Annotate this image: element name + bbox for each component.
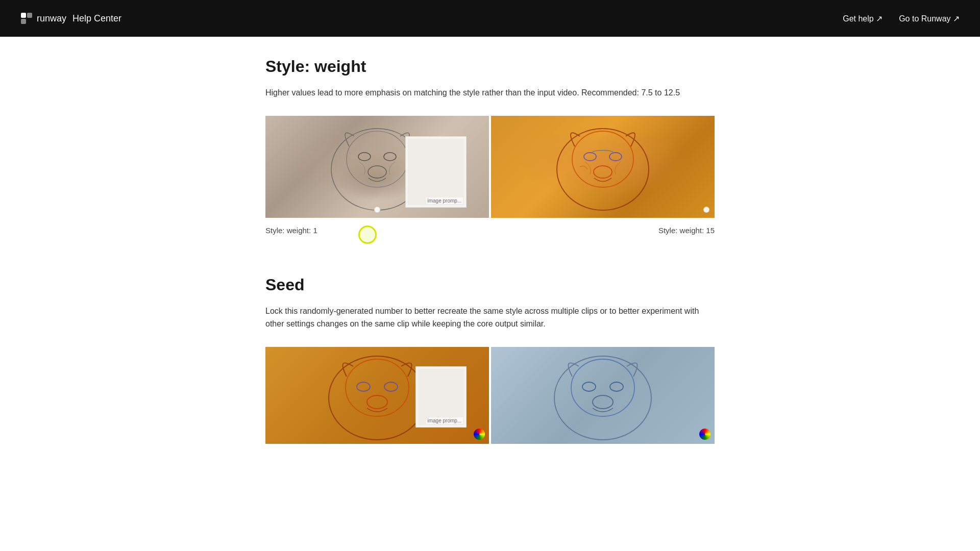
style-weight-comparison: image promp... [265, 116, 715, 218]
svg-point-8 [418, 149, 454, 195]
logo-container[interactable]: runway Help Center [20, 12, 121, 24]
svg-point-6 [384, 153, 396, 161]
seed-right-image [491, 347, 715, 444]
slider-dot-left [374, 207, 380, 213]
style-weight-description: Higher values lead to more emphasis on m… [265, 86, 715, 99]
weight-1-label: Style: weight: 1 [265, 226, 317, 235]
svg-point-9 [433, 175, 439, 179]
weight-15-label: Style: weight: 15 [658, 226, 715, 235]
style-weight-section: Style: weight Higher values lead to more… [265, 37, 715, 265]
svg-point-23 [571, 359, 634, 416]
svg-point-10 [557, 129, 649, 210]
svg-point-14 [594, 166, 612, 178]
header: runway Help Center Get help ↗ Go to Runw… [0, 0, 980, 37]
color-dot-seed-right [699, 429, 710, 440]
go-to-runway-button[interactable]: Go to Runway ↗ [899, 14, 960, 23]
svg-point-13 [609, 153, 622, 161]
image-labels: Style: weight: 1 Style: weight: 15 [265, 226, 715, 235]
svg-point-12 [584, 153, 596, 161]
help-center-label: Help Center [72, 13, 121, 24]
image-prompt-label-left: image promp... [426, 197, 463, 204]
svg-point-5 [358, 153, 371, 161]
seed-title: Seed [265, 276, 715, 294]
seed-left-container: image promp... [265, 347, 489, 444]
runway-logo-icon [20, 12, 33, 24]
style-weight-title: Style: weight [265, 57, 715, 76]
weight-15-dog-svg [491, 116, 715, 218]
svg-point-21 [438, 396, 444, 400]
svg-rect-0 [21, 13, 26, 18]
seed-right-container [491, 347, 715, 444]
face-sketch-overlay-left: image promp... [405, 136, 467, 208]
weight-15-image-container [491, 116, 715, 218]
logo-text: runway [37, 13, 66, 24]
svg-point-25 [610, 382, 623, 391]
face-sketch-svg-left [408, 144, 464, 205]
color-dot-seed-left [474, 429, 485, 440]
svg-point-4 [347, 131, 408, 187]
slider-dot-right [703, 207, 709, 213]
weight-1-image: image promp... [265, 116, 489, 218]
svg-point-7 [368, 166, 386, 178]
main-content: Style: weight Higher values lead to more… [245, 0, 735, 454]
face-sketch-svg-seed-left [417, 369, 465, 425]
svg-point-17 [357, 382, 370, 391]
header-nav: Get help ↗ Go to Runway ↗ [843, 14, 960, 23]
svg-rect-2 [27, 13, 32, 18]
svg-rect-1 [21, 19, 26, 24]
svg-point-20 [425, 373, 457, 416]
seed-left-image: image promp... [265, 347, 489, 444]
svg-point-24 [582, 382, 596, 391]
seed-description: Lock this randomly-generated number to b… [265, 305, 715, 331]
seed-right-dog-svg [491, 347, 715, 444]
svg-point-16 [346, 359, 409, 416]
weight-15-image [491, 116, 715, 218]
image-prompt-label-seed-left: image promp... [426, 417, 463, 424]
svg-point-19 [367, 395, 387, 409]
svg-point-26 [593, 395, 613, 409]
face-sketch-overlay-seed-left: image promp... [415, 366, 467, 428]
seed-comparison-images: image promp... [265, 347, 715, 444]
get-help-link[interactable]: Get help ↗ [843, 14, 883, 23]
svg-point-11 [572, 131, 633, 187]
seed-section: Seed Lock this randomly-generated number… [265, 265, 715, 454]
svg-point-18 [384, 382, 398, 391]
weight-1-image-container: image promp... [265, 116, 489, 218]
